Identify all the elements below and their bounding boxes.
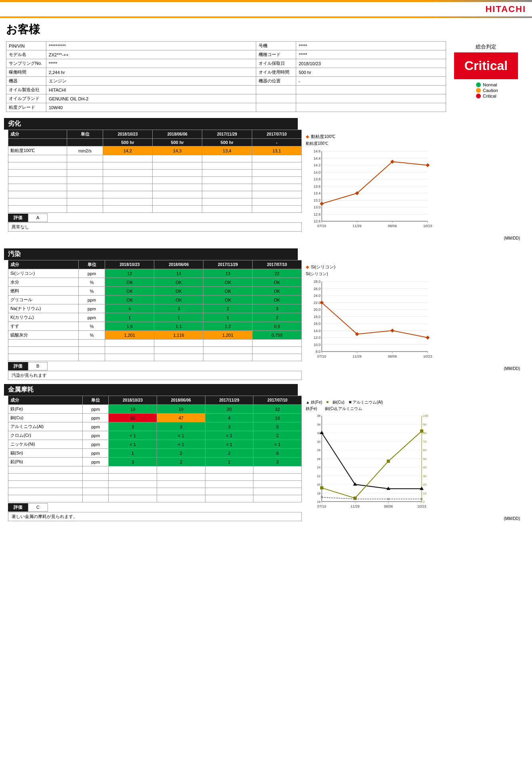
col-date-4: 2017/11/29 (205, 396, 253, 405)
empty-cell (253, 488, 302, 495)
svg-marker-35 (426, 163, 430, 167)
table-row: 錫(Sn)ppm1228 (8, 449, 302, 458)
empty-cell (253, 340, 302, 347)
svg-text:07/10: 07/10 (317, 354, 327, 358)
svg-text:12.6: 12.6 (313, 219, 321, 223)
degradation-eval-label: 評価 (8, 214, 28, 222)
empty-cell (78, 354, 105, 361)
info-value2: 500 hr (296, 68, 446, 77)
svg-text:13.0: 13.0 (313, 205, 321, 209)
empty-cell (202, 155, 252, 162)
svg-text:26: 26 (317, 457, 321, 461)
svg-text:07/10: 07/10 (317, 224, 327, 228)
svg-text:06/06: 06/06 (388, 354, 397, 358)
verdict-area: 総合判定 Critical Normal Caution Critical (446, 41, 526, 112)
table-empty-row (8, 162, 302, 170)
info-row: 粘度グレード 10W40 (6, 103, 446, 112)
svg-text:07/10: 07/10 (317, 504, 327, 508)
info-table-wrap: PIN/VIN ********** 号機 *****モデル名 ZX2***-+… (6, 41, 446, 112)
info-value: 2,244 hr (46, 68, 256, 77)
table-row: グリコールppmOKOKOKOK (8, 296, 302, 304)
info-label2 (256, 94, 296, 103)
col-subheader-5: - (252, 139, 301, 146)
info-label2: オイル採取日 (256, 59, 296, 68)
empty-cell (253, 474, 302, 481)
cell-value-3: 3 (157, 422, 205, 431)
cell-label-1: ppm (78, 296, 105, 304)
empty-cell (202, 170, 252, 177)
empty-cell (202, 198, 252, 206)
info-value: ZX2***-++ (46, 50, 256, 59)
svg-text:×: × (354, 496, 357, 502)
hitachi-logo: HITACHI (485, 4, 526, 14)
empty-cell (203, 354, 253, 361)
info-label: 稼働時間 (6, 68, 46, 77)
svg-text:0: 0 (423, 500, 425, 504)
empty-cell (153, 184, 202, 191)
empty-cell (78, 340, 105, 347)
svg-text:16.0: 16.0 (313, 322, 321, 326)
info-value2: - (296, 77, 446, 86)
cell-value-5: 2 (253, 313, 302, 322)
col-date-3: 2018/06/06 (153, 130, 202, 139)
empty-cell (8, 191, 67, 198)
svg-text:24.0: 24.0 (313, 294, 321, 298)
table-empty-row (8, 170, 302, 177)
cell-value-2: < 1 (109, 440, 157, 449)
empty-cell (83, 481, 109, 488)
svg-text:13.2: 13.2 (313, 198, 321, 202)
info-value2 (296, 103, 446, 112)
empty-cell (8, 354, 79, 361)
verdict-value: Critical (454, 52, 518, 79)
page-title: お客様 (6, 23, 40, 36)
info-value2 (296, 94, 446, 103)
metal-wear-header: 金属摩耗 (4, 384, 298, 396)
cell-label-0: 硫酸灰分 (8, 331, 79, 340)
table-empty-row (8, 488, 302, 495)
table-empty-row (8, 474, 302, 481)
svg-text:50: 50 (423, 457, 426, 461)
info-label: サンプリングNo. (6, 59, 46, 68)
table-empty-row (8, 481, 302, 488)
empty-cell (8, 184, 67, 191)
cell-value-4: OK (203, 278, 253, 287)
svg-text:32: 32 (317, 431, 321, 435)
info-label: 機器 (6, 77, 46, 86)
empty-cell (109, 466, 157, 474)
col-date-1: 単位 (78, 260, 105, 269)
cell-value-4: 2 (203, 304, 253, 313)
cell-value-5: OK (253, 296, 302, 304)
svg-text:14.4: 14.4 (313, 156, 321, 160)
cell-value-2: 1,6 (105, 322, 154, 331)
cell-value-5: OK (253, 278, 302, 287)
svg-text:28: 28 (317, 448, 321, 452)
svg-text:11/29: 11/29 (351, 504, 360, 508)
degradation-comment: 異常なし (8, 222, 302, 232)
table-empty-row (8, 466, 302, 474)
empty-cell (8, 177, 67, 184)
col-subheader-1 (67, 139, 103, 146)
contamination-content: 成分単位2018/10/232018/06/062017/11/292017/0… (4, 260, 528, 380)
svg-text:22: 22 (317, 474, 321, 478)
empty-cell (154, 340, 203, 347)
empty-cell (103, 155, 152, 162)
info-area: PIN/VIN ********** 号機 *****モデル名 ZX2***-+… (0, 39, 532, 114)
svg-marker-70 (391, 329, 395, 333)
cell-label-1: % (78, 331, 105, 340)
empty-cell (202, 191, 252, 198)
empty-cell (103, 170, 152, 177)
metal-wear-chart-legend: ▲ 鉄(Fe) ■銅(Cu) ✖ アルミニウム(Al) (306, 400, 520, 405)
table-row: 銅(Cu)ppm8247416 (8, 414, 302, 422)
table-empty-row (8, 191, 302, 198)
legend-label: Normal (483, 82, 497, 87)
empty-cell (202, 162, 252, 170)
empty-cell (253, 354, 302, 361)
cell-value-3: 2 (157, 449, 205, 458)
empty-cell (153, 155, 202, 162)
contamination-chart-title: ◆ Si(シリコン) (306, 264, 520, 270)
cell-value-4: OK (203, 296, 253, 304)
svg-text:13.4: 13.4 (313, 191, 321, 195)
cell-value-5: 0,798 (253, 331, 302, 340)
legend-item: Critical (476, 94, 496, 98)
cell-value-3: OK (154, 278, 203, 287)
